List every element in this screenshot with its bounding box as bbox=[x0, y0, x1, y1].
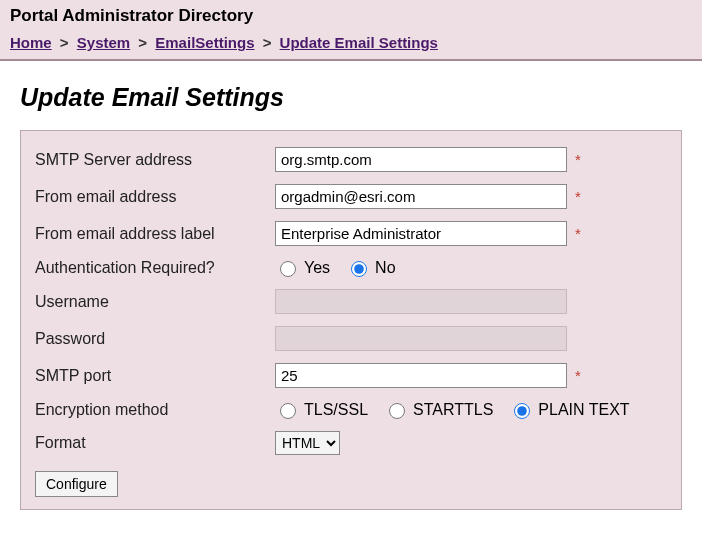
radio-plain-text: PLAIN TEXT bbox=[538, 401, 629, 419]
input-username bbox=[275, 289, 567, 314]
row-encryption: Encryption method TLS/SSL STARTTLS PLAIN… bbox=[35, 400, 667, 419]
breadcrumb-system[interactable]: System bbox=[77, 34, 130, 51]
input-password bbox=[275, 326, 567, 351]
radio-tls-label[interactable]: TLS/SSL bbox=[275, 400, 368, 419]
row-smtp-server: SMTP Server address * bbox=[35, 147, 667, 172]
input-smtp-port[interactable] bbox=[275, 363, 567, 388]
radio-starttls[interactable] bbox=[389, 403, 405, 419]
breadcrumb-home[interactable]: Home bbox=[10, 34, 52, 51]
app-title: Portal Administrator Directory bbox=[10, 0, 692, 32]
radio-tls-text: TLS/SSL bbox=[304, 401, 368, 419]
radio-auth-yes-label[interactable]: Yes bbox=[275, 258, 330, 277]
label-smtp-port: SMTP port bbox=[35, 367, 275, 385]
breadcrumb-sep: > bbox=[138, 34, 147, 51]
header-region: Portal Administrator Directory Home > Sy… bbox=[0, 0, 702, 61]
required-marker: * bbox=[575, 151, 581, 168]
radio-auth-no-label[interactable]: No bbox=[346, 258, 395, 277]
row-smtp-port: SMTP port * bbox=[35, 363, 667, 388]
breadcrumb-email-settings[interactable]: EmailSettings bbox=[155, 34, 254, 51]
radio-auth-yes-text: Yes bbox=[304, 259, 330, 277]
row-password: Password bbox=[35, 326, 667, 351]
breadcrumb: Home > System > EmailSettings > Update E… bbox=[10, 32, 692, 53]
breadcrumb-sep: > bbox=[60, 34, 69, 51]
label-password: Password bbox=[35, 330, 275, 348]
form-box: SMTP Server address * From email address… bbox=[20, 130, 682, 510]
radio-plain-label[interactable]: PLAIN TEXT bbox=[509, 400, 629, 419]
radio-tls[interactable] bbox=[280, 403, 296, 419]
row-from-label: From email address label * bbox=[35, 221, 667, 246]
breadcrumb-sep: > bbox=[263, 34, 272, 51]
label-encryption: Encryption method bbox=[35, 401, 275, 419]
page-title: Update Email Settings bbox=[20, 83, 682, 112]
label-smtp-server: SMTP Server address bbox=[35, 151, 275, 169]
breadcrumb-current: Update Email Settings bbox=[280, 34, 438, 51]
input-from-email[interactable] bbox=[275, 184, 567, 209]
label-auth-required: Authentication Required? bbox=[35, 259, 275, 277]
input-from-label[interactable] bbox=[275, 221, 567, 246]
radio-auth-yes[interactable] bbox=[280, 261, 296, 277]
select-format[interactable]: HTML bbox=[275, 431, 340, 455]
radio-auth-no-text: No bbox=[375, 259, 395, 277]
main-content: Update Email Settings SMTP Server addres… bbox=[0, 61, 702, 530]
row-from-email: From email address * bbox=[35, 184, 667, 209]
label-from-email: From email address bbox=[35, 188, 275, 206]
label-username: Username bbox=[35, 293, 275, 311]
row-auth-required: Authentication Required? Yes No bbox=[35, 258, 667, 277]
row-username: Username bbox=[35, 289, 667, 314]
radio-starttls-label[interactable]: STARTTLS bbox=[384, 400, 493, 419]
radio-plain[interactable] bbox=[514, 403, 530, 419]
input-smtp-server[interactable] bbox=[275, 147, 567, 172]
row-format: Format HTML bbox=[35, 431, 667, 455]
radio-auth-no[interactable] bbox=[351, 261, 367, 277]
required-marker: * bbox=[575, 225, 581, 242]
required-marker: * bbox=[575, 188, 581, 205]
radio-starttls-text: STARTTLS bbox=[413, 401, 493, 419]
label-format: Format bbox=[35, 434, 275, 452]
required-marker: * bbox=[575, 367, 581, 384]
label-from-label: From email address label bbox=[35, 225, 275, 243]
configure-button[interactable]: Configure bbox=[35, 471, 118, 497]
